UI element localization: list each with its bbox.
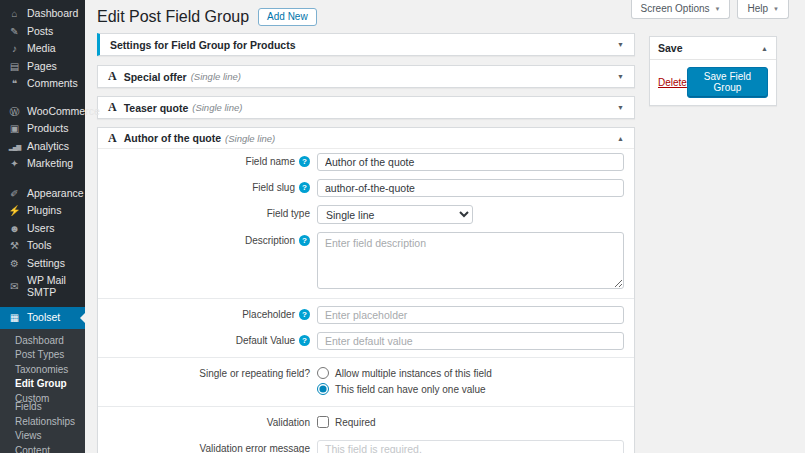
section-divider — [98, 406, 634, 407]
help-icon[interactable]: ? — [299, 309, 310, 320]
sidebar-item-tools[interactable]: ⚒ Tools — [0, 237, 85, 255]
default-value-row: Default Value ? — [98, 328, 634, 354]
placeholder-input[interactable] — [317, 306, 624, 324]
sidebar-item-wp-mail-smtp[interactable]: ✉ WP Mail SMTP — [0, 272, 85, 301]
help-icon[interactable]: ? — [299, 156, 310, 167]
field-type-select[interactable]: Single line — [317, 205, 473, 224]
marketing-icon: ✦ — [8, 158, 21, 170]
sidebar-item-plugins[interactable]: ⚡ Plugins — [0, 202, 85, 220]
field-group-panels: Settings for Field Group for Products ▼ … — [97, 33, 635, 453]
field-panel-header[interactable]: A Teaser quote (Single line) ▼ — [98, 97, 634, 118]
screen-options-button[interactable]: Screen Options ▼ — [631, 0, 731, 19]
sidebar-item-analytics[interactable]: ▂▄▆ Analytics — [0, 138, 85, 156]
radio-allow-multiple[interactable]: Allow multiple instances of this field — [317, 367, 624, 379]
field-panel-body: Field name ? Field slug ? — [98, 149, 634, 453]
page-title: Edit Post Field Group — [97, 8, 249, 26]
products-icon: ▣ — [8, 123, 21, 135]
submenu-item-custom-fields[interactable]: Custom Fields — [0, 392, 85, 415]
delete-link[interactable]: Delete — [658, 77, 687, 88]
radio-allow-multiple-input[interactable] — [317, 367, 329, 379]
admin-sidebar: ⌂ Dashboard ✎ Posts ♪ Media ▤ Pages ❝ Co… — [0, 0, 85, 453]
section-divider — [98, 357, 634, 358]
sidebar-item-woocommerce[interactable]: Ⓦ WooCommerce — [0, 103, 85, 121]
radio-single-value[interactable]: This field can have only one value — [317, 383, 624, 395]
sidebar-item-dashboard[interactable]: ⌂ Dashboard — [0, 0, 85, 23]
sidebar-item-marketing[interactable]: ✦ Marketing — [0, 155, 85, 173]
single-line-field-icon: A — [108, 69, 117, 84]
dashboard-icon: ⌂ — [8, 8, 21, 20]
chevron-up-icon: ▲ — [617, 135, 624, 142]
woocommerce-icon: Ⓦ — [8, 106, 21, 118]
sidebar-item-label: Marketing — [27, 158, 73, 170]
sidebar-item-media[interactable]: ♪ Media — [0, 40, 85, 58]
sidebar-item-appearance[interactable]: ✐ Appearance — [0, 185, 85, 203]
single-line-field-icon: A — [108, 131, 117, 146]
field-type-suffix: (Single line) — [191, 71, 241, 82]
description-row: Description ? — [98, 228, 634, 295]
submenu-item-taxonomies[interactable]: Taxonomies — [0, 363, 85, 378]
sidebar-item-label: Dashboard — [27, 8, 78, 20]
repeating-label: Single or repeating field? — [199, 368, 310, 379]
chevron-down-icon: ▼ — [773, 6, 779, 12]
field-panel-header[interactable]: A Special offer (Single line) ▼ — [98, 66, 634, 87]
default-value-input[interactable] — [317, 332, 624, 350]
sidebar-item-label: Posts — [27, 26, 53, 38]
settings-panel-title: Settings for Field Group for Products — [110, 39, 296, 51]
save-box-title: Save — [658, 42, 683, 54]
sidebar-item-label: Settings — [27, 258, 65, 270]
help-icon[interactable]: ? — [299, 335, 310, 346]
settings-panel-header[interactable]: Settings for Field Group for Products ▼ — [100, 34, 634, 55]
sidebar-item-label: Pages — [27, 61, 57, 73]
sidebar-item-label: Plugins — [27, 205, 61, 217]
field-name-row: Field name ? — [98, 149, 634, 175]
submenu-item-dashboard[interactable]: Dashboard — [0, 334, 85, 349]
description-textarea[interactable] — [317, 232, 624, 289]
field-type-suffix: (Single line) — [225, 133, 275, 144]
field-panel-title: Teaser quote — [124, 102, 189, 114]
submenu-item-content-templates[interactable]: Content Templates — [0, 444, 85, 453]
help-button[interactable]: Help ▼ — [737, 0, 789, 19]
field-panel-header[interactable]: A Author of the quote (Single line) ▲ — [98, 128, 634, 149]
sidebar-item-users[interactable]: ☻ Users — [0, 220, 85, 238]
add-new-button[interactable]: Add New — [258, 8, 317, 26]
submenu-item-relationships[interactable]: Relationships — [0, 415, 85, 430]
radio-single-value-input[interactable] — [317, 383, 329, 395]
required-checkbox-input[interactable] — [317, 416, 329, 428]
single-line-field-icon: A — [108, 100, 117, 115]
save-field-group-button[interactable]: Save Field Group — [687, 67, 768, 98]
field-name-input[interactable] — [317, 153, 624, 171]
field-panel-title: Author of the quote — [124, 132, 221, 144]
submenu-item-post-types[interactable]: Post Types — [0, 348, 85, 363]
required-checkbox[interactable]: Required — [317, 416, 624, 428]
save-box-header[interactable]: Save ▲ — [650, 37, 776, 60]
sidebar-item-toolset[interactable]: ▦ Toolset — [0, 307, 85, 329]
sidebar-item-label: Appearance — [27, 188, 84, 200]
mail-icon: ✉ — [8, 281, 21, 293]
sidebar-item-comments[interactable]: ❝ Comments — [0, 75, 85, 93]
save-box: Save ▲ Delete Save Field Group — [649, 36, 777, 106]
settings-gear-icon: ⚙ — [8, 258, 21, 270]
submenu-item-edit-group[interactable]: Edit Group — [0, 377, 85, 392]
section-divider — [98, 298, 634, 299]
field-type-label: Field type — [267, 208, 310, 219]
field-panel-title: Special offer — [124, 71, 187, 83]
main-content: Screen Options ▼ Help ▼ Edit Post Field … — [85, 0, 805, 453]
posts-icon: ✎ — [8, 26, 21, 38]
sidebar-item-products[interactable]: ▣ Products — [0, 120, 85, 138]
sidebar-item-label: Tools — [27, 240, 52, 252]
sidebar-item-label: Media — [27, 43, 56, 55]
validation-row: Validation Required — [98, 410, 634, 436]
field-slug-input[interactable] — [317, 179, 624, 197]
sidebar-item-pages[interactable]: ▤ Pages — [0, 58, 85, 76]
tools-icon: ⚒ — [8, 240, 21, 252]
sidebar-item-posts[interactable]: ✎ Posts — [0, 23, 85, 41]
pages-icon: ▤ — [8, 61, 21, 73]
sidebar-item-label: Toolset — [27, 312, 60, 324]
validation-error-input[interactable] — [317, 440, 624, 453]
help-icon[interactable]: ? — [299, 182, 310, 193]
help-icon[interactable]: ? — [299, 235, 310, 246]
sidebar-item-label: Products — [27, 123, 68, 135]
chevron-down-icon: ▼ — [617, 41, 624, 48]
submenu-item-views[interactable]: Views — [0, 429, 85, 444]
sidebar-item-settings[interactable]: ⚙ Settings — [0, 255, 85, 273]
